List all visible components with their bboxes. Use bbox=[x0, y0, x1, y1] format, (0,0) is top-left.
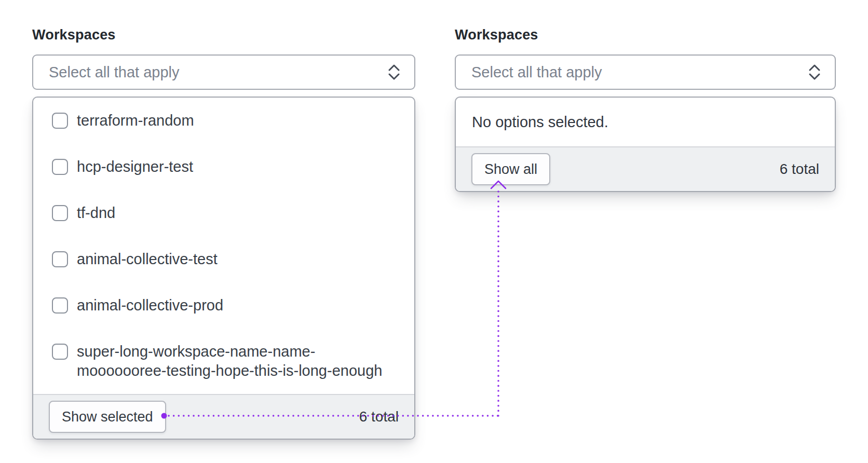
option-row[interactable]: animal-collective-prod bbox=[33, 282, 414, 329]
chevron-up-down-icon bbox=[808, 63, 821, 81]
checkbox[interactable] bbox=[52, 251, 68, 267]
option-row[interactable]: animal-collective-test bbox=[33, 236, 414, 282]
checkbox[interactable] bbox=[52, 159, 68, 175]
total-count: 6 total bbox=[780, 160, 819, 179]
option-label: animal-collective-test bbox=[77, 250, 218, 269]
workspaces-multiselect-right: Workspaces Select all that apply No opti… bbox=[455, 26, 836, 192]
checkbox[interactable] bbox=[52, 113, 68, 129]
show-all-button[interactable]: Show all bbox=[471, 153, 550, 185]
trigger-placeholder: Select all that apply bbox=[49, 63, 179, 81]
trigger-placeholder: Select all that apply bbox=[471, 63, 602, 81]
option-row[interactable]: tf-dnd bbox=[33, 190, 414, 236]
total-count: 6 total bbox=[359, 407, 399, 426]
option-row[interactable]: super-long-workspace-name-name- moooooor… bbox=[33, 329, 414, 394]
option-label: animal-collective-prod bbox=[77, 296, 223, 315]
option-label: terraform-random bbox=[77, 111, 194, 130]
checkbox[interactable] bbox=[52, 297, 68, 314]
dropdown-footer: Show selected 6 total bbox=[33, 394, 414, 439]
field-label: Workspaces bbox=[32, 26, 415, 44]
option-row[interactable]: hcp-designer-test bbox=[33, 144, 414, 190]
option-label: super-long-workspace-name-name- moooooor… bbox=[77, 342, 382, 380]
dropdown-footer: Show all 6 total bbox=[456, 146, 835, 191]
checkbox[interactable] bbox=[52, 344, 68, 360]
empty-message: No options selected. bbox=[456, 98, 835, 146]
options-dropdown: terraform-random hcp-designer-test tf-dn… bbox=[32, 97, 415, 440]
multiselect-trigger[interactable]: Select all that apply bbox=[455, 55, 836, 90]
checkbox[interactable] bbox=[52, 205, 68, 221]
multiselect-trigger[interactable]: Select all that apply bbox=[32, 55, 415, 90]
field-label: Workspaces bbox=[455, 26, 836, 44]
option-label: tf-dnd bbox=[77, 203, 115, 223]
option-label: hcp-designer-test bbox=[77, 157, 193, 176]
workspaces-multiselect-left: Workspaces Select all that apply terrafo… bbox=[32, 26, 415, 440]
chevron-up-down-icon bbox=[387, 63, 401, 81]
options-list: terraform-random hcp-designer-test tf-dn… bbox=[33, 98, 414, 394]
show-selected-button[interactable]: Show selected bbox=[49, 401, 166, 433]
option-row[interactable]: terraform-random bbox=[33, 98, 414, 144]
options-dropdown: No options selected. Show all 6 total bbox=[455, 97, 836, 192]
